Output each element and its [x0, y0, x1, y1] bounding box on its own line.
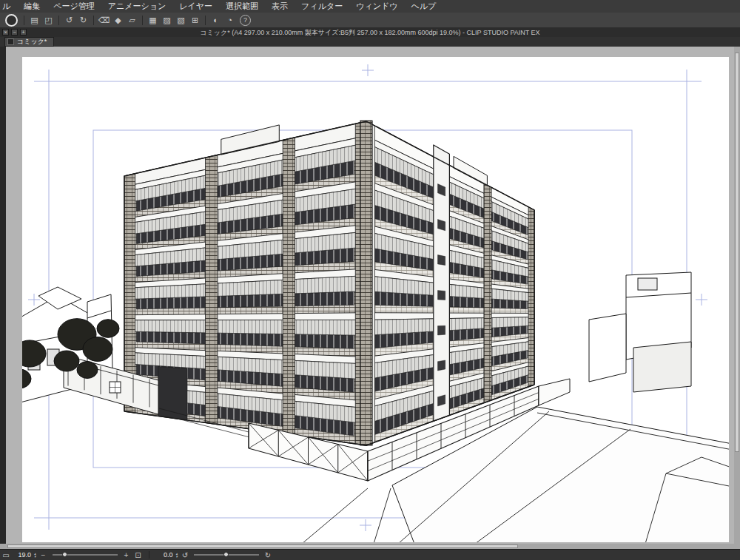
menu-animation[interactable]: アニメーション [101, 0, 173, 13]
toolbar-separator [58, 16, 59, 25]
menu-edit[interactable]: 編集 [17, 0, 47, 13]
menu-selection[interactable]: 選択範囲 [219, 0, 265, 13]
toolbar-separator [142, 16, 143, 25]
new-page-icon[interactable]: ▤ [27, 14, 41, 27]
menu-file[interactable]: ル [0, 0, 17, 13]
zoom-in-icon[interactable]: + [121, 551, 132, 559]
rotation-spinner[interactable]: ▴ ▾ [176, 552, 178, 558]
document-title-bar: × − + コミック* (A4 297.00 x 210.00mm 製本サイズ:… [0, 28, 740, 37]
help-icon[interactable]: ? [240, 15, 251, 26]
erase-icon[interactable]: ⌫ [97, 14, 111, 27]
rotation-slider[interactable] [194, 554, 259, 556]
horizontal-scrollbar[interactable] [0, 544, 740, 549]
clip-studio-logo-icon[interactable] [5, 14, 18, 27]
grid-icon[interactable]: ▦ [146, 14, 160, 27]
menu-help[interactable]: ヘルプ [404, 0, 443, 13]
zoom-slider[interactable] [53, 554, 118, 556]
canvas-artwork[interactable] [6, 47, 734, 544]
spinner-down-icon[interactable]: ▾ [176, 555, 178, 558]
fill-icon[interactable]: ◆ [111, 14, 125, 27]
vertical-scroll-thumb[interactable] [735, 53, 739, 452]
menu-view[interactable]: 表示 [265, 0, 295, 13]
status-separator [149, 551, 149, 559]
flip-view-icon[interactable]: ◐ [209, 14, 223, 27]
transform-icon[interactable]: ▱ [125, 14, 139, 27]
menu-bar: ル 編集 ページ管理 アニメーション レイヤー 選択範囲 表示 フィルター ウィ… [0, 0, 740, 13]
rotation-slider-thumb[interactable] [223, 552, 229, 557]
menu-window[interactable]: ウィンドウ [349, 0, 404, 13]
rotate-view-icon[interactable]: ◔ [223, 14, 237, 27]
minimize-window-icon[interactable]: − [11, 29, 18, 36]
menu-filter[interactable]: フィルター [295, 0, 349, 13]
tab-label: コミック* [17, 38, 47, 46]
fit-to-screen-icon[interactable]: ⊡ [132, 551, 144, 559]
zoom-spinner[interactable]: ▴ ▾ [34, 552, 36, 558]
menu-layer[interactable]: レイヤー [172, 0, 219, 13]
rotate-ccw-icon[interactable]: ↺ [179, 551, 191, 559]
rotation-value[interactable]: 0.0 [154, 551, 175, 559]
undo-icon[interactable]: ↺ [62, 14, 76, 27]
snap-ruler-icon[interactable]: ▨ [160, 14, 174, 27]
zoom-slider-thumb[interactable] [62, 552, 67, 557]
toolbar-separator [205, 16, 206, 25]
toolbar-separator [93, 16, 94, 25]
document-title: コミック* (A4 297.00 x 210.00mm 製本サイズ:B5判 25… [200, 29, 539, 36]
tab-thumbnail-icon [7, 38, 14, 45]
zoom-window-icon[interactable]: + [20, 29, 27, 36]
window-buttons: × − + [2, 29, 27, 36]
canvas-tab-bar: コミック* [0, 37, 740, 47]
vertical-scrollbar[interactable] [734, 47, 740, 544]
horizontal-scroll-thumb[interactable] [7, 544, 518, 548]
menu-page-manage[interactable]: ページ管理 [47, 0, 101, 13]
spinner-down-icon[interactable]: ▾ [34, 555, 36, 558]
redo-icon[interactable]: ↻ [76, 14, 90, 27]
left-panel-edge [0, 47, 6, 544]
navigator-icon[interactable]: ▭ [0, 551, 12, 559]
snap-special-ruler-icon[interactable]: ▧ [174, 14, 188, 27]
toolbar-separator [24, 16, 24, 25]
zoom-out-icon[interactable]: − [38, 551, 50, 559]
command-bar: ▤ ◰ ↺ ↻ ⌫ ◆ ▱ ▦ ▨ ▧ ⊞ ◐ ◔ ? [0, 13, 740, 28]
close-window-icon[interactable]: × [2, 29, 9, 36]
status-bar: ▭ 19.0 ▴ ▾ − + ⊡ 0.0 ▴ ▾ ↺ ↻ [0, 549, 740, 560]
snap-grid-icon[interactable]: ⊞ [188, 14, 202, 27]
rotate-cw-icon[interactable]: ↻ [262, 551, 274, 559]
zoom-value[interactable]: 19.0 [12, 551, 33, 559]
save-icon[interactable]: ◰ [41, 14, 56, 27]
tab-comic[interactable]: コミック* [4, 37, 54, 47]
